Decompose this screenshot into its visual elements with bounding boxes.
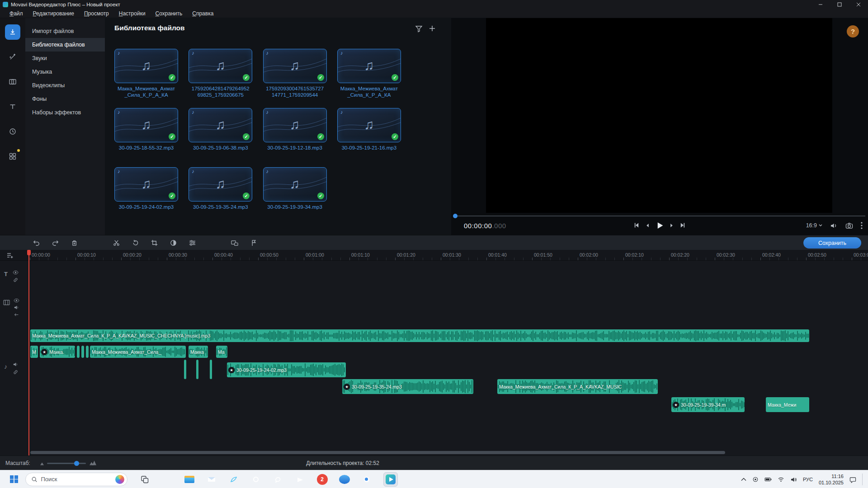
- audio-thumbnail[interactable]: ♪ ♫ ✓: [189, 108, 252, 142]
- seek-bar[interactable]: [453, 216, 865, 216]
- library-item[interactable]: ♪ ♫ ✓ Макка_Межиева_Ахмат_Сила_К_Р_А_КА: [114, 49, 178, 99]
- zoom-out-icon[interactable]: [40, 462, 44, 465]
- library-item[interactable]: ♪ ♫ ✓ 30-09-25-19-24-02.mp3: [114, 167, 178, 210]
- network-wifi-icon[interactable]: [778, 477, 784, 482]
- more-options-button[interactable]: [861, 222, 863, 229]
- timeline-clip[interactable]: [184, 360, 186, 379]
- rail-titles-icon[interactable]: [5, 99, 20, 114]
- rail-more-tools-icon[interactable]: [5, 149, 20, 164]
- track-back-arrow-icon[interactable]: [14, 312, 19, 317]
- movavi-editor-icon[interactable]: [383, 472, 398, 487]
- maximize-button[interactable]: [830, 0, 849, 9]
- properties-sliders-button[interactable]: [189, 239, 196, 247]
- sidebar-item-video-clips[interactable]: Видеоклипы: [25, 79, 105, 92]
- timeline-ruler[interactable]: 00:00:0000:00:1000:00:2000:00:3000:00:40…: [0, 250, 868, 261]
- rail-import-icon[interactable]: [5, 24, 20, 40]
- timeline-clip[interactable]: Макка_Межиева_Ахмат_Сила_: [90, 346, 186, 358]
- taskbar-clock[interactable]: 11:16 01.10.2025: [819, 473, 844, 486]
- playhead[interactable]: [28, 250, 29, 455]
- hidden-icons-chevron[interactable]: [741, 478, 746, 481]
- crop-button[interactable]: [151, 239, 158, 247]
- audio-thumbnail[interactable]: ♪ ♫ ✓: [263, 108, 327, 142]
- audio-thumbnail[interactable]: ♪ ♫ ✓: [189, 49, 252, 83]
- rotate-button[interactable]: [132, 239, 139, 247]
- track-mute-speaker-icon[interactable]: [13, 362, 19, 367]
- snapshot-camera-button[interactable]: [845, 222, 853, 229]
- zoom-slider-knob[interactable]: [74, 461, 79, 466]
- timeline-clip[interactable]: ★30-09-25-19-24-02.mp3: [227, 362, 346, 377]
- outlook-icon[interactable]: [250, 474, 261, 485]
- library-item[interactable]: ♪ ♫ ✓ Макка_Межиева_Ахмат_Сила_К_Р_А_КА: [337, 49, 401, 99]
- timeline-clip[interactable]: [196, 360, 198, 379]
- battery-icon[interactable]: [764, 477, 772, 482]
- whatsapp-icon[interactable]: [273, 474, 283, 485]
- mail-icon[interactable]: [206, 474, 217, 485]
- rail-filters-wand-icon[interactable]: [5, 49, 20, 65]
- library-item[interactable]: ♪ ♫ ✓ 30-09-25-18-55-32.mp3: [114, 108, 178, 151]
- timeline-clip[interactable]: М: [30, 346, 38, 358]
- undo-button[interactable]: [33, 239, 40, 247]
- delete-button[interactable]: [71, 239, 78, 247]
- sidebar-item-file-library[interactable]: Библиотека файлов: [25, 38, 105, 52]
- help-button[interactable]: ?: [847, 25, 859, 38]
- sidebar-item-effect-sets[interactable]: Наборы эффектов: [25, 106, 105, 119]
- volume-button[interactable]: [830, 222, 838, 229]
- timeline-clip[interactable]: Макка: [189, 346, 208, 358]
- start-button[interactable]: [10, 475, 18, 483]
- track-visibility-eye-icon[interactable]: [14, 298, 19, 303]
- skip-end-button[interactable]: [679, 222, 686, 229]
- timeline-clip[interactable]: Макка_Межиева_Ахмат_Сила_К_Р_А_KAVKAZ_MU…: [30, 329, 809, 342]
- library-item[interactable]: ♪ ♫ ✓ 1759206428147926495269825_17592066…: [189, 49, 252, 99]
- track-visibility-eye-icon[interactable]: [13, 270, 19, 275]
- timeline-clip[interactable]: [210, 360, 212, 379]
- playback-position-knob[interactable]: [453, 214, 458, 218]
- rail-clock-icon[interactable]: [5, 124, 20, 139]
- menu-help[interactable]: Справка: [187, 10, 218, 17]
- audio-thumbnail[interactable]: ♪ ♫ ✓: [114, 108, 178, 142]
- menu-save[interactable]: Сохранить: [151, 10, 188, 17]
- menu-file[interactable]: Файл: [5, 10, 28, 17]
- library-item[interactable]: ♪ ♫ ✓ 30-09-25-19-35-24.mp3: [189, 167, 252, 210]
- library-item[interactable]: ♪ ♫ ✓ 30-09-25-19-21-16.mp3: [337, 108, 401, 151]
- aspect-ratio-select[interactable]: 16:9: [806, 222, 822, 229]
- menu-view[interactable]: Просмотр: [79, 10, 114, 17]
- timeline-tracks[interactable]: T ♪ Макка_Межиева_Ахмат_Сила_К_Р_А_KAVKA…: [0, 261, 868, 455]
- overlay-button[interactable]: [231, 239, 239, 247]
- chrome-icon[interactable]: [361, 474, 372, 485]
- audio-thumbnail[interactable]: ♪ ♫ ✓: [263, 167, 327, 202]
- skype-icon[interactable]: [339, 474, 350, 485]
- timeline-clip[interactable]: Ма: [216, 346, 227, 358]
- file-explorer-icon[interactable]: [184, 474, 195, 485]
- audio-thumbnail[interactable]: ♪ ♫ ✓: [189, 167, 252, 202]
- timeline-clip[interactable]: Макка_Межи: [766, 397, 809, 412]
- copilot-icon[interactable]: [115, 475, 124, 484]
- show-desktop-button[interactable]: [862, 474, 863, 485]
- timeline-horizontal-scrollbar[interactable]: [30, 451, 725, 454]
- sidebar-item-backgrounds[interactable]: Фоны: [25, 92, 105, 106]
- timeline-clip[interactable]: [81, 346, 84, 358]
- track-mute-speaker-icon[interactable]: [14, 305, 19, 310]
- add-track-button[interactable]: [6, 252, 14, 259]
- audio-thumbnail[interactable]: ♪ ♫ ✓: [114, 167, 178, 202]
- timeline-clip[interactable]: ★Макка.: [40, 346, 75, 358]
- app-dark-feather-icon[interactable]: [228, 474, 239, 485]
- play-button[interactable]: [656, 221, 664, 230]
- timeline-clip[interactable]: ★30-09-25-19-39-34.m: [671, 397, 745, 412]
- redo-button[interactable]: [52, 239, 59, 247]
- close-button[interactable]: [849, 0, 868, 9]
- app-badge-2-icon[interactable]: 2: [317, 474, 328, 485]
- color-adjustments-button[interactable]: [170, 239, 177, 247]
- timeline-clip[interactable]: [86, 346, 89, 358]
- split-scissors-button[interactable]: [113, 239, 120, 247]
- timeline-clip[interactable]: ★30-09-25-19-35-24.mp3: [342, 379, 473, 394]
- timeline-clip[interactable]: Макка_Межиева_Ахмат_Сила_К_Р_А_KAVKAZ_MU…: [497, 379, 658, 394]
- sidebar-item-import[interactable]: Импорт файлов: [25, 24, 105, 38]
- prev-frame-button[interactable]: [645, 222, 651, 229]
- library-item[interactable]: ♪ ♫ ✓ 30-09-25-19-12-18.mp3: [263, 108, 327, 151]
- track-link-icon[interactable]: [13, 369, 19, 375]
- sidebar-item-music[interactable]: Музыка: [25, 65, 105, 79]
- volume-icon[interactable]: [790, 477, 797, 483]
- marker-flag-button[interactable]: [250, 239, 257, 247]
- sidebar-item-sounds[interactable]: Звуки: [25, 52, 105, 65]
- tray-status-icon[interactable]: [752, 476, 759, 483]
